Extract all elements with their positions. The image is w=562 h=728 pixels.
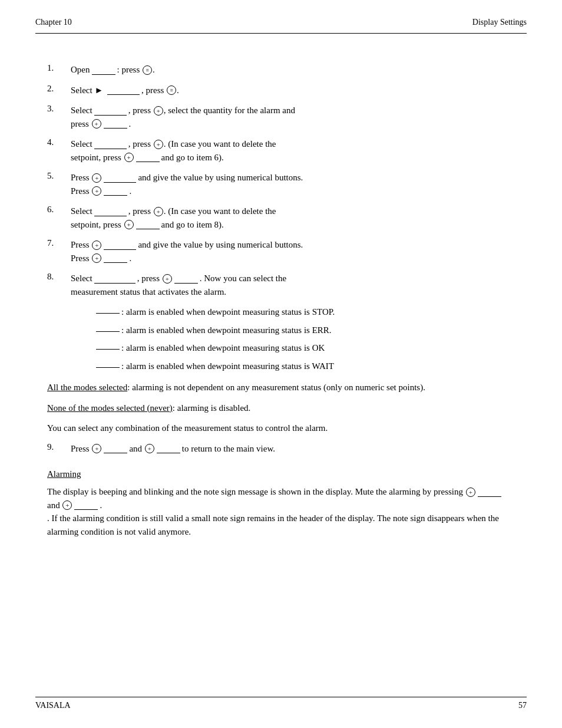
- blank-7b: [104, 255, 127, 263]
- mode-ok: : alarm is enabled when dewpoint measuri…: [94, 341, 515, 355]
- mode-wait-desc: : alarm is enabled when dewpoint measuri…: [121, 360, 515, 373]
- blank-6a: [94, 208, 127, 216]
- modes-section: : alarm is enabled when dewpoint measuri…: [94, 305, 515, 373]
- alarming-title: Alarming: [47, 469, 515, 479]
- step-5-num: 5.: [47, 171, 71, 181]
- note-none-modes: None of the modes selected (never): alar…: [47, 401, 515, 415]
- circle-icon-7b: [92, 253, 101, 263]
- step-2-num: 2.: [47, 84, 71, 94]
- circle-icon-8a: [163, 274, 172, 284]
- note-combination: You can select any combination of the me…: [47, 421, 515, 435]
- blank-5a: [104, 174, 136, 183]
- alarming-body2: and: [47, 500, 60, 510]
- blank-8a: [94, 275, 135, 284]
- blank-2: [107, 87, 140, 95]
- step-9-num: 9.: [47, 442, 71, 452]
- circle-icon-5a: [92, 173, 101, 183]
- step-7-num: 7.: [47, 238, 71, 248]
- step-7-content: Press and give the value by using numeri…: [71, 238, 515, 265]
- circle-icon-4b: [124, 153, 134, 162]
- step-3: 3. Select, press , select the quantity f…: [47, 104, 515, 130]
- blank-alarm1: [478, 489, 501, 497]
- blank-7a: [104, 242, 136, 250]
- blank-8b: [174, 275, 198, 284]
- note-all-modes: All the modes selected: alarming is not …: [47, 381, 515, 394]
- circle-icon-3b: [92, 119, 101, 129]
- blank-3b: [104, 120, 127, 129]
- blank-5b: [104, 187, 127, 196]
- blank-6b: [136, 221, 160, 229]
- circle-icon-7a: [92, 241, 101, 250]
- step-4: 4. Select, press . (In case you want to …: [47, 137, 515, 164]
- step-2-content: Select ► , press .: [71, 84, 515, 97]
- blank-9a: [104, 445, 127, 453]
- circle-icon-9a: [92, 444, 101, 453]
- page-header: Chapter 10 Display Settings: [0, 0, 562, 33]
- step-9: 9. Press and to return to the main view.: [47, 442, 515, 456]
- blank-3a: [94, 107, 127, 116]
- header-divider: [35, 33, 527, 34]
- step-4-num: 4.: [47, 137, 71, 147]
- circle-icon-3a: [154, 106, 163, 116]
- alarming-section: Alarming The display is beeping and blin…: [47, 469, 515, 538]
- note-combination-text: You can select any combination of the me…: [47, 423, 328, 433]
- page: Chapter 10 Display Settings 1. Open: pre…: [0, 0, 562, 728]
- mode-ok-blank: [96, 341, 120, 350]
- step-3-content: Select, press , select the quantity for …: [71, 104, 515, 130]
- step-6-num: 6.: [47, 205, 71, 215]
- step-9-content: Press and to return to the main view.: [71, 442, 515, 456]
- mode-err: : alarm is enabled when dewpoint measuri…: [94, 324, 515, 337]
- step-8-num: 8.: [47, 272, 71, 282]
- main-content: 1. Open: press . 2. Select ► , press . 3…: [0, 45, 562, 569]
- page-footer: VAISALA 57: [0, 701, 562, 710]
- circle-icon-6b: [124, 220, 134, 229]
- mode-err-blank: [96, 324, 120, 332]
- blank-1: [92, 67, 115, 75]
- blank-4a: [94, 141, 127, 149]
- alarming-body: The display is beeping and blinking and …: [47, 485, 515, 538]
- mode-err-desc: : alarm is enabled when dewpoint measuri…: [121, 324, 515, 337]
- footer-divider: [35, 697, 527, 697]
- blank-4b: [136, 154, 160, 162]
- mode-stop-desc: : alarm is enabled when dewpoint measuri…: [121, 305, 515, 319]
- circle-icon-4a: [154, 140, 163, 149]
- footer-right: 57: [518, 701, 527, 710]
- step-2: 2. Select ► , press .: [47, 84, 515, 97]
- blank-9b: [157, 445, 180, 453]
- mode-stop-blank: [96, 305, 120, 314]
- step-5-content: Press and give the value by using numeri…: [71, 171, 515, 197]
- mode-wait-blank: [96, 360, 120, 368]
- circle-icon-alarm1: [466, 487, 475, 497]
- step-6: 6. Select, press . (In case you want to …: [47, 205, 515, 231]
- mode-ok-desc: : alarm is enabled when dewpoint measuri…: [121, 341, 515, 355]
- step-7: 7. Press and give the value by using num…: [47, 238, 515, 265]
- chapter-label: Chapter 10: [35, 18, 72, 27]
- alarming-body3: . If the alarming condition is still val…: [47, 513, 499, 536]
- mode-wait: : alarm is enabled when dewpoint measuri…: [94, 360, 515, 373]
- circle-icon-alarm2: [62, 500, 72, 510]
- step-8-content: Select, press . Now you can select the m…: [71, 272, 515, 298]
- blank-alarm2: [74, 502, 98, 510]
- circle-icon-9b: [145, 444, 154, 453]
- step-3-num: 3.: [47, 104, 71, 114]
- step-4-content: Select, press . (In case you want to del…: [71, 137, 515, 164]
- step-6-content: Select, press . (In case you want to del…: [71, 205, 515, 231]
- footer-left: VAISALA: [35, 701, 71, 710]
- menu-icon-2: [167, 85, 176, 95]
- step-1-content: Open: press .: [71, 63, 515, 77]
- note-none-modes-text: : alarming is disabled.: [173, 403, 250, 413]
- note-all-modes-text: : alarming is not dependent on any measu…: [127, 383, 425, 392]
- alarming-body-text: The display is beeping and blinking and …: [47, 487, 463, 496]
- mode-stop: : alarm is enabled when dewpoint measuri…: [94, 305, 515, 319]
- step-1-num: 1.: [47, 63, 71, 73]
- note-all-modes-label: All the modes selected: [47, 383, 127, 392]
- circle-icon-6a: [154, 207, 163, 216]
- note-none-modes-label: None of the modes selected (never): [47, 403, 173, 413]
- step-5: 5. Press and give the value by using num…: [47, 171, 515, 197]
- menu-icon-1: [143, 65, 152, 75]
- step-1: 1. Open: press .: [47, 63, 515, 77]
- circle-icon-5b: [92, 186, 101, 196]
- notes-section: All the modes selected: alarming is not …: [47, 381, 515, 435]
- step-8: 8. Select, press . Now you can select th…: [47, 272, 515, 298]
- section-label: Display Settings: [472, 18, 527, 27]
